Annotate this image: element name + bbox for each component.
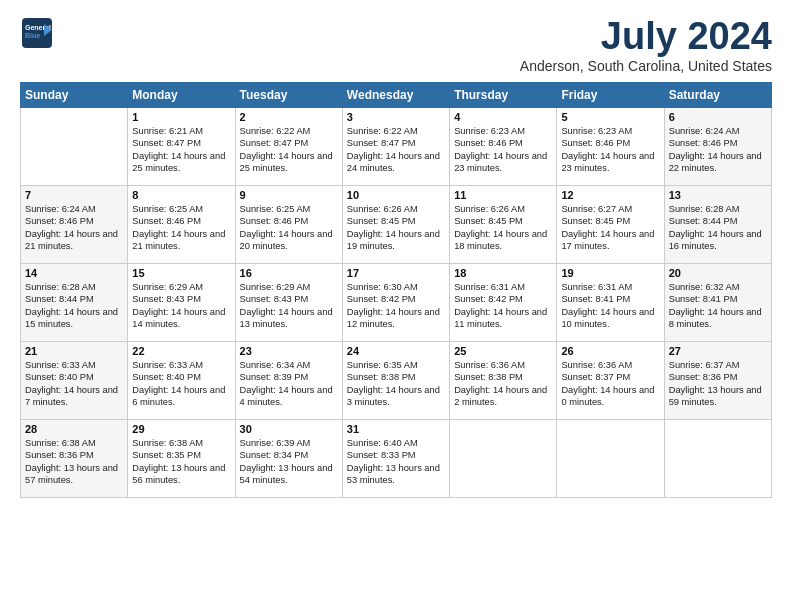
day-info: Sunrise: 6:38 AMSunset: 8:36 PMDaylight:… xyxy=(25,437,123,487)
day-info: Sunrise: 6:36 AMSunset: 8:37 PMDaylight:… xyxy=(561,359,659,409)
day-info: Sunrise: 6:31 AMSunset: 8:41 PMDaylight:… xyxy=(561,281,659,331)
day-info: Sunrise: 6:31 AMSunset: 8:42 PMDaylight:… xyxy=(454,281,552,331)
day-number: 5 xyxy=(561,111,659,123)
day-info: Sunrise: 6:25 AMSunset: 8:46 PMDaylight:… xyxy=(240,203,338,253)
calendar-header-row: Sunday Monday Tuesday Wednesday Thursday… xyxy=(21,82,772,107)
table-row: 8Sunrise: 6:25 AMSunset: 8:46 PMDaylight… xyxy=(128,185,235,263)
table-row: 19Sunrise: 6:31 AMSunset: 8:41 PMDayligh… xyxy=(557,263,664,341)
table-row xyxy=(557,419,664,497)
table-row: 1Sunrise: 6:21 AMSunset: 8:47 PMDaylight… xyxy=(128,107,235,185)
day-info: Sunrise: 6:35 AMSunset: 8:38 PMDaylight:… xyxy=(347,359,445,409)
calendar-table: Sunday Monday Tuesday Wednesday Thursday… xyxy=(20,82,772,498)
table-row: 29Sunrise: 6:38 AMSunset: 8:35 PMDayligh… xyxy=(128,419,235,497)
day-number: 11 xyxy=(454,189,552,201)
day-number: 13 xyxy=(669,189,767,201)
day-number: 12 xyxy=(561,189,659,201)
table-row: 22Sunrise: 6:33 AMSunset: 8:40 PMDayligh… xyxy=(128,341,235,419)
day-info: Sunrise: 6:33 AMSunset: 8:40 PMDaylight:… xyxy=(132,359,230,409)
day-number: 24 xyxy=(347,345,445,357)
day-number: 10 xyxy=(347,189,445,201)
table-row: 26Sunrise: 6:36 AMSunset: 8:37 PMDayligh… xyxy=(557,341,664,419)
calendar-week-row: 21Sunrise: 6:33 AMSunset: 8:40 PMDayligh… xyxy=(21,341,772,419)
day-number: 17 xyxy=(347,267,445,279)
table-row: 31Sunrise: 6:40 AMSunset: 8:33 PMDayligh… xyxy=(342,419,449,497)
table-row: 5Sunrise: 6:23 AMSunset: 8:46 PMDaylight… xyxy=(557,107,664,185)
calendar-week-row: 28Sunrise: 6:38 AMSunset: 8:36 PMDayligh… xyxy=(21,419,772,497)
table-row: 18Sunrise: 6:31 AMSunset: 8:42 PMDayligh… xyxy=(450,263,557,341)
day-number: 18 xyxy=(454,267,552,279)
day-info: Sunrise: 6:23 AMSunset: 8:46 PMDaylight:… xyxy=(561,125,659,175)
page: General Blue July 2024 Anderson, South C… xyxy=(0,0,792,508)
day-number: 4 xyxy=(454,111,552,123)
day-info: Sunrise: 6:24 AMSunset: 8:46 PMDaylight:… xyxy=(669,125,767,175)
day-number: 22 xyxy=(132,345,230,357)
header-monday: Monday xyxy=(128,82,235,107)
day-number: 28 xyxy=(25,423,123,435)
month-title: July 2024 xyxy=(520,16,772,58)
day-info: Sunrise: 6:24 AMSunset: 8:46 PMDaylight:… xyxy=(25,203,123,253)
table-row xyxy=(664,419,771,497)
day-number: 8 xyxy=(132,189,230,201)
day-number: 2 xyxy=(240,111,338,123)
location: Anderson, South Carolina, United States xyxy=(520,58,772,74)
table-row: 20Sunrise: 6:32 AMSunset: 8:41 PMDayligh… xyxy=(664,263,771,341)
day-info: Sunrise: 6:36 AMSunset: 8:38 PMDaylight:… xyxy=(454,359,552,409)
day-number: 29 xyxy=(132,423,230,435)
table-row: 14Sunrise: 6:28 AMSunset: 8:44 PMDayligh… xyxy=(21,263,128,341)
header: General Blue July 2024 Anderson, South C… xyxy=(20,16,772,74)
calendar-week-row: 1Sunrise: 6:21 AMSunset: 8:47 PMDaylight… xyxy=(21,107,772,185)
day-info: Sunrise: 6:40 AMSunset: 8:33 PMDaylight:… xyxy=(347,437,445,487)
day-info: Sunrise: 6:25 AMSunset: 8:46 PMDaylight:… xyxy=(132,203,230,253)
table-row: 16Sunrise: 6:29 AMSunset: 8:43 PMDayligh… xyxy=(235,263,342,341)
day-info: Sunrise: 6:26 AMSunset: 8:45 PMDaylight:… xyxy=(347,203,445,253)
day-number: 25 xyxy=(454,345,552,357)
day-info: Sunrise: 6:21 AMSunset: 8:47 PMDaylight:… xyxy=(132,125,230,175)
table-row: 3Sunrise: 6:22 AMSunset: 8:47 PMDaylight… xyxy=(342,107,449,185)
table-row: 17Sunrise: 6:30 AMSunset: 8:42 PMDayligh… xyxy=(342,263,449,341)
day-info: Sunrise: 6:22 AMSunset: 8:47 PMDaylight:… xyxy=(240,125,338,175)
header-sunday: Sunday xyxy=(21,82,128,107)
day-number: 9 xyxy=(240,189,338,201)
day-number: 26 xyxy=(561,345,659,357)
day-number: 16 xyxy=(240,267,338,279)
table-row xyxy=(450,419,557,497)
day-number: 6 xyxy=(669,111,767,123)
day-info: Sunrise: 6:37 AMSunset: 8:36 PMDaylight:… xyxy=(669,359,767,409)
table-row: 11Sunrise: 6:26 AMSunset: 8:45 PMDayligh… xyxy=(450,185,557,263)
logo: General Blue xyxy=(20,16,54,50)
day-info: Sunrise: 6:38 AMSunset: 8:35 PMDaylight:… xyxy=(132,437,230,487)
title-area: July 2024 Anderson, South Carolina, Unit… xyxy=(520,16,772,74)
day-number: 14 xyxy=(25,267,123,279)
table-row: 28Sunrise: 6:38 AMSunset: 8:36 PMDayligh… xyxy=(21,419,128,497)
day-info: Sunrise: 6:29 AMSunset: 8:43 PMDaylight:… xyxy=(132,281,230,331)
day-number: 3 xyxy=(347,111,445,123)
table-row: 27Sunrise: 6:37 AMSunset: 8:36 PMDayligh… xyxy=(664,341,771,419)
calendar-week-row: 14Sunrise: 6:28 AMSunset: 8:44 PMDayligh… xyxy=(21,263,772,341)
day-info: Sunrise: 6:27 AMSunset: 8:45 PMDaylight:… xyxy=(561,203,659,253)
header-wednesday: Wednesday xyxy=(342,82,449,107)
day-number: 19 xyxy=(561,267,659,279)
day-info: Sunrise: 6:34 AMSunset: 8:39 PMDaylight:… xyxy=(240,359,338,409)
day-number: 31 xyxy=(347,423,445,435)
header-saturday: Saturday xyxy=(664,82,771,107)
table-row: 10Sunrise: 6:26 AMSunset: 8:45 PMDayligh… xyxy=(342,185,449,263)
day-number: 27 xyxy=(669,345,767,357)
table-row: 23Sunrise: 6:34 AMSunset: 8:39 PMDayligh… xyxy=(235,341,342,419)
day-info: Sunrise: 6:32 AMSunset: 8:41 PMDaylight:… xyxy=(669,281,767,331)
calendar-week-row: 7Sunrise: 6:24 AMSunset: 8:46 PMDaylight… xyxy=(21,185,772,263)
header-tuesday: Tuesday xyxy=(235,82,342,107)
day-number: 30 xyxy=(240,423,338,435)
table-row: 2Sunrise: 6:22 AMSunset: 8:47 PMDaylight… xyxy=(235,107,342,185)
logo-icon: General Blue xyxy=(20,16,54,50)
table-row: 24Sunrise: 6:35 AMSunset: 8:38 PMDayligh… xyxy=(342,341,449,419)
table-row: 9Sunrise: 6:25 AMSunset: 8:46 PMDaylight… xyxy=(235,185,342,263)
table-row: 6Sunrise: 6:24 AMSunset: 8:46 PMDaylight… xyxy=(664,107,771,185)
table-row: 21Sunrise: 6:33 AMSunset: 8:40 PMDayligh… xyxy=(21,341,128,419)
day-info: Sunrise: 6:26 AMSunset: 8:45 PMDaylight:… xyxy=(454,203,552,253)
day-info: Sunrise: 6:29 AMSunset: 8:43 PMDaylight:… xyxy=(240,281,338,331)
table-row: 15Sunrise: 6:29 AMSunset: 8:43 PMDayligh… xyxy=(128,263,235,341)
day-number: 7 xyxy=(25,189,123,201)
day-info: Sunrise: 6:28 AMSunset: 8:44 PMDaylight:… xyxy=(669,203,767,253)
table-row: 4Sunrise: 6:23 AMSunset: 8:46 PMDaylight… xyxy=(450,107,557,185)
day-number: 21 xyxy=(25,345,123,357)
